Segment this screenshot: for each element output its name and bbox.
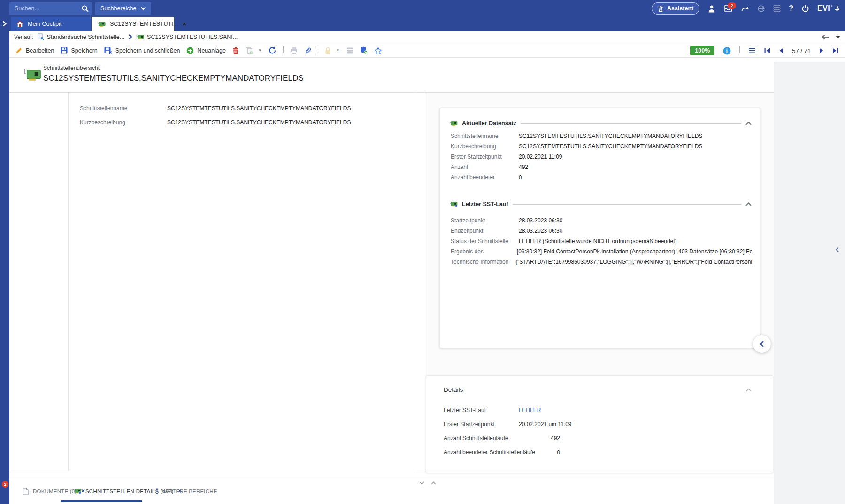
breadcrumb-prefix: Verlauf: xyxy=(14,34,33,40)
add-to-dataset-button[interactable] xyxy=(360,46,368,54)
brand-text: EVI xyxy=(817,4,830,13)
close-icon[interactable]: ✕ xyxy=(182,21,186,27)
record-info-card: Aktueller Datensatz Schnittstellenname S… xyxy=(439,108,760,348)
field-value[interactable]: FEHLER (Schnittstelle wurde NICHT ordnun… xyxy=(519,238,677,245)
first-page-icon[interactable] xyxy=(764,48,770,53)
inbox-badge: 2 xyxy=(728,2,736,9)
record-type-label: Schnittstellenübersicht xyxy=(43,65,100,71)
field-label: Kurzbeschreibung xyxy=(451,143,519,151)
edit-button[interactable]: Bearbeiten xyxy=(15,47,54,54)
collapse-section-icon[interactable] xyxy=(745,202,752,206)
lock-dropdown-icon[interactable]: ▼ xyxy=(336,48,340,53)
field-value: 0 xyxy=(519,449,560,457)
copy-button[interactable] xyxy=(246,47,253,54)
field-value[interactable]: SC12SYSTEMTESTUTILS.SANITYCHECKEMPTYMAND… xyxy=(519,143,702,151)
inbox-icon[interactable]: 2 xyxy=(724,5,733,12)
search-icon[interactable] xyxy=(81,5,89,13)
scroll-down-icon[interactable] xyxy=(419,481,424,485)
collapse-section-icon[interactable] xyxy=(745,122,752,125)
field-value[interactable]: 0 xyxy=(519,174,522,182)
toolbar-separator xyxy=(739,46,740,55)
save-and-close-button[interactable]: Speichern und schließen xyxy=(104,47,180,54)
next-page-icon[interactable] xyxy=(819,48,824,53)
field-label: Letzter SST-Lauf xyxy=(444,407,519,414)
collapse-panel-button[interactable] xyxy=(753,335,771,353)
home-icon xyxy=(16,21,23,27)
breadcrumb-item-search[interactable]: Standardsuche Schnittstelle... xyxy=(37,33,124,40)
toolbar-separator xyxy=(283,46,284,55)
field-value[interactable]: SC12SYSTEMTESTUTILS.SANITYCHECKEMPTYMAND… xyxy=(167,119,351,127)
field-label: Anzahl Schnittstellenläufe xyxy=(444,435,519,443)
assistant-button[interactable]: Assistent xyxy=(652,2,699,15)
expand-right-panel-icon[interactable] xyxy=(835,247,839,252)
section-rule xyxy=(513,204,741,205)
breadcrumb-history-controls xyxy=(822,31,840,43)
refresh-button[interactable] xyxy=(269,46,277,54)
scroll-up-icon[interactable] xyxy=(431,481,436,485)
history-dropdown-icon[interactable] xyxy=(836,36,840,39)
previous-page-icon[interactable] xyxy=(779,48,784,53)
trash-icon xyxy=(232,47,239,54)
tab-mein-cockpit[interactable]: Mein Cockpit xyxy=(11,17,91,31)
search-input[interactable] xyxy=(14,5,81,12)
field-label: Technische Information xyxy=(451,259,515,266)
toolbar: Bearbeiten Speichern Speichern und schli… xyxy=(9,44,845,58)
interface-card-icon xyxy=(23,68,41,83)
lock-button[interactable] xyxy=(325,47,331,54)
interface-run-icon xyxy=(449,201,458,207)
save-button[interactable]: Speichern xyxy=(61,47,97,54)
breadcrumb-item-interface[interactable]: SC12SYSTEMTESTUTILS.SANI... xyxy=(136,34,238,40)
attachment-button[interactable] xyxy=(304,47,311,54)
tab-interface-document[interactable]: SC12SYSTEMTESTUTI... ✕ xyxy=(92,17,174,31)
breadcrumb-item-label: SC12SYSTEMTESTUTILS.SANI... xyxy=(147,34,238,40)
field-label: Ergebnis des xyxy=(451,248,517,256)
redo-icon[interactable] xyxy=(741,5,749,12)
database-icon[interactable] xyxy=(773,5,781,12)
copy-dropdown-icon[interactable]: ▼ xyxy=(258,48,262,53)
field-value[interactable]: [06:30:32] Feld ContactPersonPk.Installa… xyxy=(517,248,752,256)
batch-button[interactable] xyxy=(346,47,353,54)
field-value: 20.02.2021 um 11:09 xyxy=(519,421,572,428)
interface-card-icon xyxy=(97,21,106,28)
globe-icon[interactable] xyxy=(757,5,765,13)
delete-button[interactable] xyxy=(232,47,239,54)
tab-label: Mein Cockpit xyxy=(28,21,61,27)
search-scope-dropdown[interactable]: Suchbereiche xyxy=(95,2,151,15)
field-value[interactable]: 28.03.2023 06:30 xyxy=(519,217,562,225)
section-current-record: Aktueller Datensatz xyxy=(449,119,752,128)
section-rule xyxy=(521,123,741,124)
collapse-details-icon[interactable] xyxy=(746,388,752,392)
print-button[interactable] xyxy=(290,47,298,54)
menu-icon[interactable] xyxy=(748,48,756,53)
save-close-label: Speichern und schließen xyxy=(115,47,180,54)
app-window: Suchbereiche Assistent 2 xyxy=(0,0,845,504)
notification-badge[interactable]: 2 xyxy=(2,481,8,488)
field-label: Schnittstellenname xyxy=(80,105,167,113)
field-value[interactable]: SC12SYSTEMTESTUTILS.SANITYCHECKEMPTYMAND… xyxy=(167,105,351,113)
back-arrow-icon[interactable] xyxy=(822,34,829,40)
field-value[interactable]: 492 xyxy=(519,164,528,171)
bottom-tab-label: DOKUMENTE (0) xyxy=(33,489,77,494)
field-value[interactable]: 28.03.2023 06:30 xyxy=(519,228,562,235)
edit-label: Bearbeiten xyxy=(26,47,54,54)
field-value[interactable]: {"STARTDATE":1679985030937,"LOGGING":[],… xyxy=(515,259,752,266)
field-value[interactable]: 20.02.2021 11:09 xyxy=(519,153,562,161)
toolbar-separator xyxy=(318,46,318,55)
pager-position: 57 / 71 xyxy=(792,47,811,54)
last-page-icon[interactable] xyxy=(832,48,838,53)
new-record-button[interactable]: Neuanlage xyxy=(186,47,225,54)
bottom-tab-more-areas[interactable]: WEITERE BEREICHE xyxy=(156,480,217,502)
last-run-status-link[interactable]: FEHLER xyxy=(519,407,541,414)
right-collapsed-panel xyxy=(774,62,845,504)
info-icon[interactable] xyxy=(723,47,731,55)
favorite-button[interactable] xyxy=(374,47,382,54)
bottom-tab-bar: DOKUMENTE (0) ✕ SCHNITTSTELLEN-DETAILS (… xyxy=(9,480,774,504)
details-card: Details Letzter SST-Lauf FEHLER Erster S… xyxy=(426,375,773,473)
field-value[interactable]: SC12SYSTEMTESTUTILS.SANITYCHECKEMPTYMAND… xyxy=(519,133,702,140)
power-icon[interactable] xyxy=(801,5,809,13)
help-icon[interactable]: ? xyxy=(789,4,793,13)
expand-left-panel-icon[interactable] xyxy=(1,21,8,27)
global-search-box[interactable] xyxy=(9,2,92,15)
user-icon[interactable] xyxy=(707,5,716,13)
more-vertical-icon xyxy=(156,488,158,494)
